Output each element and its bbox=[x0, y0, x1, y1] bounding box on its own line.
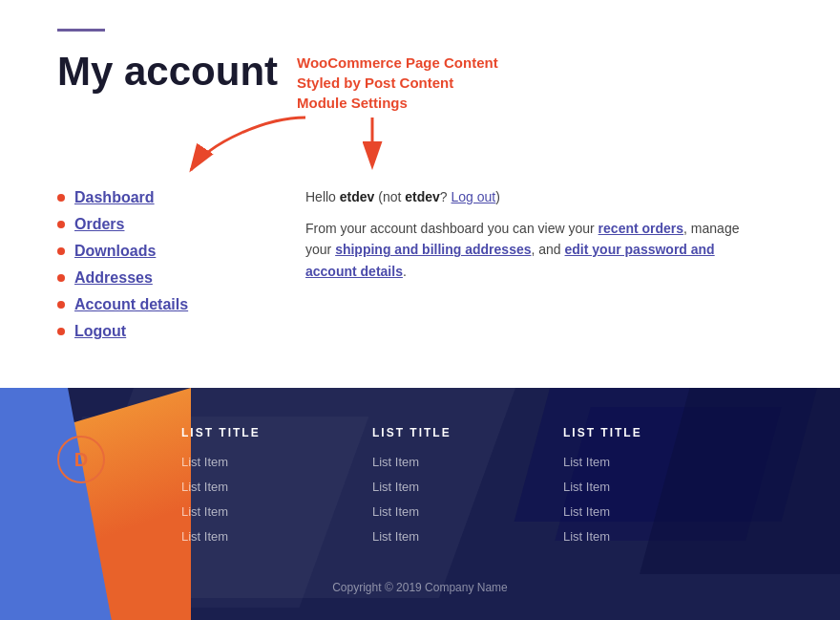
footer-content: D LIST TITLE List Item List Item List It… bbox=[0, 388, 840, 571]
footer-link[interactable]: List Item bbox=[181, 504, 228, 519]
footer-columns: LIST TITLE List Item List Item List Item… bbox=[181, 426, 783, 552]
top-section: My account WooCommerce Page Content Styl… bbox=[0, 0, 840, 388]
page-title: My account bbox=[57, 49, 278, 95]
footer-link[interactable]: List Item bbox=[181, 455, 228, 469]
bullet-icon bbox=[57, 194, 65, 202]
main-content: Hello etdev (not etdev? Log out) From yo… bbox=[277, 180, 783, 350]
sidebar-link-downloads[interactable]: Downloads bbox=[74, 243, 156, 260]
footer-link[interactable]: List Item bbox=[563, 529, 610, 544]
footer-link[interactable]: List Item bbox=[563, 455, 610, 469]
list-item[interactable]: List Item bbox=[563, 502, 754, 520]
footer-link[interactable]: List Item bbox=[563, 504, 610, 519]
top-bar-accent bbox=[57, 29, 105, 32]
content-area: Dashboard Orders Downloads Addresses Acc… bbox=[57, 170, 783, 350]
logout-link[interactable]: Log out bbox=[452, 189, 496, 204]
footer-link[interactable]: List Item bbox=[372, 504, 419, 519]
arrows-area bbox=[57, 113, 783, 170]
list-item[interactable]: List Item bbox=[563, 453, 754, 470]
footer-column-1: LIST TITLE List Item List Item List Item… bbox=[181, 426, 372, 552]
list-item[interactable]: List Item bbox=[181, 527, 372, 545]
footer-link[interactable]: List Item bbox=[372, 455, 419, 469]
list-item[interactable]: List Item bbox=[563, 527, 754, 545]
sidebar-item-dashboard[interactable]: Dashboard bbox=[57, 189, 277, 206]
description-text: From your account dashboard you can view… bbox=[305, 218, 764, 282]
sidebar-link-logout[interactable]: Logout bbox=[74, 323, 126, 340]
sidebar-item-addresses[interactable]: Addresses bbox=[57, 269, 277, 287]
list-item[interactable]: List Item bbox=[181, 453, 372, 470]
footer-column-2: LIST TITLE List Item List Item List Item… bbox=[372, 426, 563, 552]
list-item[interactable]: List Item bbox=[372, 502, 563, 520]
list-item[interactable]: List Item bbox=[372, 527, 563, 545]
bullet-icon bbox=[57, 274, 65, 282]
sidebar-item-account-details[interactable]: Account details bbox=[57, 296, 277, 313]
bullet-icon bbox=[57, 247, 65, 255]
hello-text: Hello etdev (not etdev? Log out) bbox=[305, 189, 783, 204]
username2: etdev bbox=[405, 189, 440, 204]
list-item[interactable]: List Item bbox=[181, 502, 372, 520]
bullet-icon bbox=[57, 221, 65, 228]
footer-col-2-items: List Item List Item List Item List Item bbox=[372, 453, 563, 545]
bullet-icon bbox=[57, 328, 65, 335]
footer-link[interactable]: List Item bbox=[372, 529, 419, 544]
footer-link[interactable]: List Item bbox=[181, 529, 228, 544]
footer-copyright: Copyright © 2019 Company Name bbox=[0, 571, 840, 613]
sidebar-list: Dashboard Orders Downloads Addresses Acc… bbox=[57, 189, 277, 340]
footer-section: D LIST TITLE List Item List Item List It… bbox=[0, 388, 840, 620]
bullet-icon bbox=[57, 301, 65, 309]
sidebar-item-downloads[interactable]: Downloads bbox=[57, 243, 277, 260]
sidebar-link-account-details[interactable]: Account details bbox=[74, 296, 188, 313]
list-item[interactable]: List Item bbox=[372, 453, 563, 470]
list-item[interactable]: List Item bbox=[372, 478, 563, 495]
footer-col-1-title: LIST TITLE bbox=[181, 426, 372, 439]
sidebar-link-dashboard[interactable]: Dashboard bbox=[74, 189, 155, 206]
footer-link[interactable]: List Item bbox=[372, 480, 419, 494]
footer-col-3-title: LIST TITLE bbox=[563, 426, 754, 439]
annotation-text: WooCommerce Page Content Styled by Post … bbox=[297, 53, 498, 113]
footer-link[interactable]: List Item bbox=[563, 480, 610, 494]
username: etdev bbox=[340, 189, 375, 204]
footer-link[interactable]: List Item bbox=[181, 480, 228, 494]
sidebar-nav: Dashboard Orders Downloads Addresses Acc… bbox=[57, 180, 277, 350]
sidebar-item-orders[interactable]: Orders bbox=[57, 216, 277, 233]
shipping-link[interactable]: shipping and billing addresses bbox=[335, 242, 531, 257]
annotation-box: WooCommerce Page Content Styled by Post … bbox=[297, 53, 498, 113]
footer-col-1-items: List Item List Item List Item List Item bbox=[181, 453, 372, 545]
list-item[interactable]: List Item bbox=[563, 478, 754, 495]
sidebar-link-addresses[interactable]: Addresses bbox=[74, 269, 153, 287]
sidebar-link-orders[interactable]: Orders bbox=[74, 216, 124, 233]
footer-column-3: LIST TITLE List Item List Item List Item… bbox=[563, 426, 754, 552]
sidebar-item-logout[interactable]: Logout bbox=[57, 323, 277, 340]
footer-col-2-title: LIST TITLE bbox=[372, 426, 563, 439]
footer-col-3-items: List Item List Item List Item List Item bbox=[563, 453, 754, 545]
footer-logo: D bbox=[57, 436, 105, 483]
recent-orders-link[interactable]: recent orders bbox=[598, 221, 683, 236]
list-item[interactable]: List Item bbox=[181, 478, 372, 495]
